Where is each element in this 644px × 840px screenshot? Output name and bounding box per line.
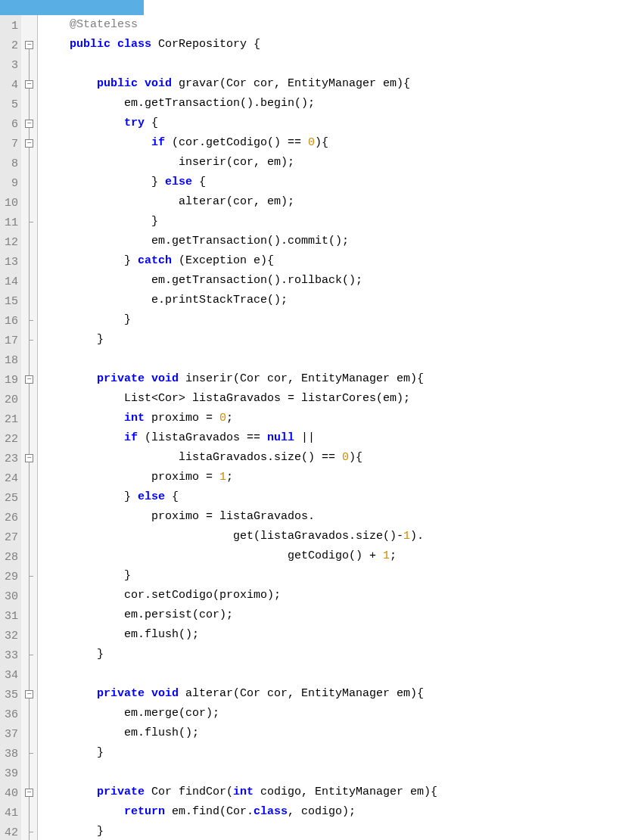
code-line[interactable]	[42, 763, 437, 782]
line-number: 9	[2, 174, 18, 194]
line-number: 33	[2, 646, 18, 666]
line-number: 4	[2, 76, 18, 95]
code-line[interactable]: em.getTransaction().commit();	[42, 232, 437, 251]
line-number: 3	[2, 56, 18, 76]
line-number: 30	[2, 587, 18, 607]
line-number: 8	[2, 154, 18, 174]
code-line[interactable]: get(listaGravados.size()-1).	[42, 527, 437, 546]
fold-end-tick	[29, 832, 33, 832]
code-line[interactable]	[42, 350, 437, 369]
line-number: 24	[2, 469, 18, 489]
code-line[interactable]: }	[42, 310, 437, 330]
code-line[interactable]: if (listaGravados == null ||	[42, 428, 437, 448]
line-number: 31	[2, 607, 18, 627]
line-number: 26	[2, 509, 18, 528]
line-number: 5	[2, 95, 18, 115]
code-line[interactable]: }	[42, 743, 437, 763]
line-number: 25	[2, 489, 18, 509]
fold-end-tick	[29, 222, 33, 222]
line-number: 23	[2, 450, 18, 469]
fold-toggle-icon[interactable]: −	[25, 80, 33, 89]
line-number: 29	[2, 568, 18, 587]
line-number: 11	[2, 213, 18, 233]
code-line[interactable]: em.persist(cor);	[42, 605, 437, 625]
line-number: 21	[2, 410, 18, 430]
fold-toggle-icon[interactable]: −	[25, 690, 33, 698]
line-number: 35	[2, 686, 18, 705]
line-number: 13	[2, 253, 18, 272]
code-line[interactable]: public void gravar(Cor cor, EntityManage…	[42, 74, 437, 94]
line-number: 22	[2, 430, 18, 450]
line-number: 42	[2, 823, 18, 840]
line-number-gutter: 1234567891011121314151617181920212223242…	[0, 15, 21, 840]
code-line[interactable]: List<Cor> listaGravados = listarCores(em…	[42, 389, 437, 409]
code-line[interactable]: private void alterar(Cor cor, EntityMana…	[42, 684, 437, 704]
code-line[interactable]: em.merge(cor);	[42, 704, 437, 723]
line-number: 1	[2, 17, 18, 36]
code-line[interactable]: }	[42, 212, 437, 232]
code-line[interactable]: e.printStackTrace();	[42, 291, 437, 310]
fold-toggle-icon[interactable]: −	[25, 454, 33, 462]
code-editor[interactable]: 1234567891011121314151617181920212223242…	[0, 15, 644, 840]
code-line[interactable]: } catch (Exception e){	[42, 251, 437, 271]
line-number: 39	[2, 764, 18, 784]
code-line[interactable]: private void inserir(Cor cor, EntityMana…	[42, 369, 437, 389]
code-line[interactable]: return em.find(Cor.class, codigo);	[42, 802, 437, 822]
line-number: 37	[2, 725, 18, 745]
line-number: 36	[2, 705, 18, 725]
code-line[interactable]: em.flush();	[42, 723, 437, 743]
line-number: 7	[2, 135, 18, 154]
code-area[interactable]: @Stateless public class CorRepository { …	[38, 15, 437, 840]
fold-end-tick	[29, 320, 33, 321]
code-line[interactable]: getCodigo() + 1;	[42, 546, 437, 566]
code-line[interactable]: inserir(cor, em);	[42, 153, 437, 173]
code-line[interactable]: }	[42, 330, 437, 350]
fold-toggle-icon[interactable]: −	[25, 139, 33, 148]
code-line[interactable]	[42, 54, 437, 74]
line-number: 14	[2, 272, 18, 292]
selection-highlight	[0, 0, 144, 15]
fold-toggle-icon[interactable]: −	[25, 375, 33, 384]
code-line[interactable]: try {	[42, 114, 437, 133]
code-line[interactable]: proximo = 1;	[42, 468, 437, 487]
code-line[interactable]: alterar(cor, em);	[42, 192, 437, 212]
fold-end-tick	[29, 340, 33, 341]
fold-end-tick	[29, 655, 33, 655]
line-number: 16	[2, 312, 18, 331]
code-line[interactable]	[42, 664, 437, 684]
line-number: 27	[2, 528, 18, 548]
line-number: 32	[2, 627, 18, 646]
line-number: 2	[2, 36, 18, 56]
code-line[interactable]: }	[42, 566, 437, 586]
code-line[interactable]: proximo = listaGravados.	[42, 507, 437, 527]
line-number: 28	[2, 548, 18, 568]
fold-column[interactable]: −−−−−−−−	[21, 15, 38, 840]
code-line[interactable]: em.flush();	[42, 625, 437, 645]
code-line[interactable]: em.getTransaction().rollback();	[42, 271, 437, 291]
code-line[interactable]: }	[42, 645, 437, 664]
line-number: 34	[2, 666, 18, 686]
line-number: 10	[2, 194, 18, 213]
code-line[interactable]: } else {	[42, 173, 437, 192]
fold-end-tick	[29, 576, 33, 577]
fold-toggle-icon[interactable]: −	[25, 789, 33, 797]
fold-toggle-icon[interactable]: −	[25, 120, 33, 128]
line-number: 20	[2, 390, 18, 410]
line-number: 18	[2, 351, 18, 371]
line-number: 40	[2, 784, 18, 804]
line-number: 17	[2, 331, 18, 351]
code-line[interactable]: listaGravados.size() == 0){	[42, 448, 437, 468]
line-number: 38	[2, 745, 18, 764]
code-line[interactable]: @Stateless	[42, 15, 437, 35]
line-number: 41	[2, 804, 18, 823]
code-line[interactable]: if (cor.getCodigo() == 0){	[42, 133, 437, 153]
code-line[interactable]: cor.setCodigo(proximo);	[42, 586, 437, 605]
code-line[interactable]: private Cor findCor(int codigo, EntityMa…	[42, 782, 437, 802]
code-line[interactable]: }	[42, 822, 437, 840]
code-line[interactable]: em.getTransaction().begin();	[42, 94, 437, 114]
fold-toggle-icon[interactable]: −	[25, 41, 33, 49]
line-number: 12	[2, 233, 18, 253]
code-line[interactable]: int proximo = 0;	[42, 409, 437, 428]
code-line[interactable]: public class CorRepository {	[42, 35, 437, 54]
code-line[interactable]: } else {	[42, 487, 437, 507]
